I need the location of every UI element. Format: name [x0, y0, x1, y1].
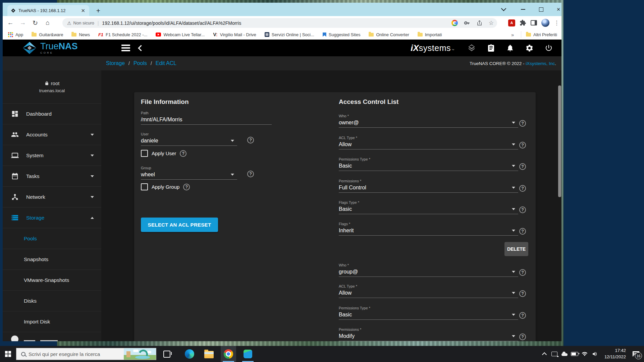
delete-button[interactable]: DELETE — [504, 242, 528, 256]
bookmark-star-icon[interactable]: ☆ — [489, 20, 494, 26]
acl2-permissions-help-icon[interactable]: ? — [519, 334, 526, 340]
taskbar-chrome[interactable] — [221, 346, 236, 362]
tab-search-button[interactable] — [496, 3, 511, 16]
user-help-icon[interactable]: ? — [247, 137, 254, 143]
group-select[interactable]: Group wheel — [141, 166, 237, 180]
path-field[interactable]: Path /mnt/ALFA/Morris — [141, 111, 272, 125]
back-button[interactable]: ← — [6, 18, 15, 27]
sidebar-item-system[interactable]: System — [3, 145, 101, 166]
bookmark-virgilio[interactable]: V:Virgilio Mail - Drive — [213, 32, 256, 37]
security-warning-icon[interactable]: ⚠ — [67, 20, 71, 26]
acl1-type-select[interactable]: ACL Type * Allow — [339, 136, 518, 149]
tray-battery-icon[interactable] — [570, 346, 580, 362]
browser-tab[interactable]: TrueNAS - 192.168.1.12 ✕ — [7, 5, 89, 16]
sidebar-item-vmware-snapshots[interactable]: VMware-Snapshots — [3, 269, 101, 290]
minimize-button[interactable] — [515, 3, 531, 16]
sidebar-item-snapshots[interactable]: Snapshots — [3, 249, 101, 269]
extensions-puzzle-icon[interactable] — [520, 19, 526, 26]
acl1-flags-help-icon[interactable]: ? — [519, 228, 526, 235]
bookmark-f1-schedule[interactable]: F1F1 Schedule 2022 -... — [98, 32, 147, 37]
collapse-chevron-icon[interactable] — [138, 45, 144, 51]
browser-menu-icon[interactable]: ⋮ — [554, 20, 559, 26]
taskbar-clock[interactable]: 17:42 12/11/2022 — [604, 348, 626, 360]
acl1-permissions-help-icon[interactable]: ? — [519, 185, 526, 192]
address-bar[interactable]: ⚠ Non sicuro | 192.168.1.12/ui/storage/p… — [62, 18, 497, 28]
taskbar-search[interactable]: Scrivi qui per eseguire la ricerca — [16, 348, 156, 360]
other-bookmarks-button[interactable]: Altri Preferiti — [526, 32, 557, 37]
sidebar-item-import-disk[interactable]: Import Disk — [3, 311, 101, 332]
sidebar-item-network[interactable]: Network — [3, 186, 101, 207]
acl2-permissions-select[interactable]: Permissions * Modify — [339, 327, 518, 341]
tray-cast-icon[interactable] — [549, 346, 559, 362]
acl2-who-help-icon[interactable]: ? — [519, 269, 526, 276]
select-acl-preset-button[interactable]: SELECT AN ACL PRESET — [141, 218, 218, 232]
tray-volume-icon[interactable] — [590, 346, 600, 362]
profile-avatar[interactable] — [541, 19, 549, 27]
truecommand-icon[interactable] — [467, 44, 476, 52]
acl2-who-select[interactable]: Who * group@ — [339, 263, 518, 277]
bookmark-online-converter[interactable]: Online Converter — [369, 32, 409, 37]
bookmark-news[interactable]: News — [71, 32, 90, 37]
clipboard-icon[interactable] — [487, 44, 495, 52]
action-center-button[interactable]: 16 — [629, 346, 643, 362]
acl1-permtype-help-icon[interactable]: ? — [519, 163, 526, 170]
taskbar-file-explorer[interactable] — [201, 346, 217, 362]
reload-button[interactable]: ↻ — [31, 18, 40, 27]
acl1-who-select[interactable]: Who * owner@ — [339, 114, 518, 128]
acl2-type-help-icon[interactable]: ? — [519, 290, 526, 297]
bookmark-suggested-sites[interactable]: Suggested Sites — [323, 32, 361, 37]
bookmark-importati[interactable]: Importati — [418, 32, 442, 37]
acl2-type-select[interactable]: ACL Type * Allow — [339, 284, 518, 298]
tray-expand-button[interactable] — [539, 346, 549, 362]
share-icon[interactable] — [476, 20, 483, 26]
sidebar-item-pools[interactable]: Pools — [3, 228, 101, 249]
taskbar-bluestacks[interactable] — [240, 346, 256, 362]
sidebar-toggle-button[interactable] — [121, 45, 130, 51]
close-button[interactable]: × — [551, 3, 566, 16]
sidebar-item-storage[interactable]: Storage — [3, 207, 101, 228]
tab-close-icon[interactable]: ✕ — [80, 7, 86, 14]
search-doodle[interactable] — [124, 348, 156, 360]
bookmark-webcam[interactable]: Webcam Live Tellar... — [156, 32, 205, 37]
password-key-icon[interactable] — [464, 20, 470, 26]
apply-user-help-icon[interactable]: ? — [180, 150, 186, 157]
tray-wifi-icon[interactable] — [580, 346, 590, 362]
bookmark-servizi[interactable]: Servizi Online | Soci... — [265, 32, 314, 37]
user-select[interactable]: User daniele — [141, 132, 237, 146]
breadcrumb-pools[interactable]: Pools — [133, 60, 147, 66]
sidebar-item-accounts[interactable]: Accounts — [3, 124, 101, 145]
apply-group-help-icon[interactable]: ? — [183, 184, 190, 190]
apply-group-checkbox[interactable] — [141, 183, 148, 190]
truenas-logo[interactable]: TrueNAS CORE — [22, 41, 78, 55]
side-panel-icon[interactable] — [531, 20, 537, 25]
bookmark-apps[interactable]: App — [8, 32, 23, 37]
task-view-button[interactable] — [159, 346, 174, 362]
acl2-permtype-select[interactable]: Permissions Type * Basic — [339, 306, 518, 320]
breadcrumb-storage[interactable]: Storage — [106, 60, 125, 66]
start-button[interactable] — [0, 346, 16, 362]
ixsystems-link[interactable]: iXsystems, Inc — [526, 61, 555, 66]
acl1-type-help-icon[interactable]: ? — [519, 142, 526, 148]
acl2-permtype-help-icon[interactable]: ? — [519, 312, 526, 319]
forward-button[interactable]: → — [18, 18, 28, 27]
maximize-button[interactable] — [533, 3, 549, 16]
group-help-icon[interactable]: ? — [247, 171, 254, 177]
acl1-flagstype-select[interactable]: Flags Type * Basic — [339, 200, 518, 214]
sidebar-item-partial[interactable] — [3, 332, 101, 341]
breadcrumb-edit-acl[interactable]: Edit ACL — [156, 60, 176, 66]
security-label[interactable]: Non sicuro — [73, 20, 94, 25]
bookmark-guitarware[interactable]: Guitar&ware — [32, 32, 63, 37]
taskbar-edge[interactable] — [182, 346, 197, 362]
google-icon[interactable] — [451, 20, 458, 26]
bookmarks-overflow-button[interactable]: » — [511, 32, 514, 38]
new-tab-button[interactable]: + — [94, 6, 103, 15]
power-icon[interactable] — [545, 44, 553, 52]
sidebar-item-tasks[interactable]: Tasks — [3, 166, 101, 186]
adobe-extension-icon[interactable]: A — [508, 19, 515, 26]
acl1-flags-select[interactable]: Flags * Inherit — [339, 222, 518, 236]
settings-gear-icon[interactable] — [525, 44, 534, 52]
sidebar-item-disks[interactable]: Disks — [3, 290, 101, 311]
url-text[interactable]: 192.168.1.12/ui/storage/pools/id/ALFA/da… — [102, 20, 448, 26]
acl1-permissions-select[interactable]: Permissions * Full Control — [339, 179, 518, 193]
acl1-flagstype-help-icon[interactable]: ? — [519, 206, 526, 213]
